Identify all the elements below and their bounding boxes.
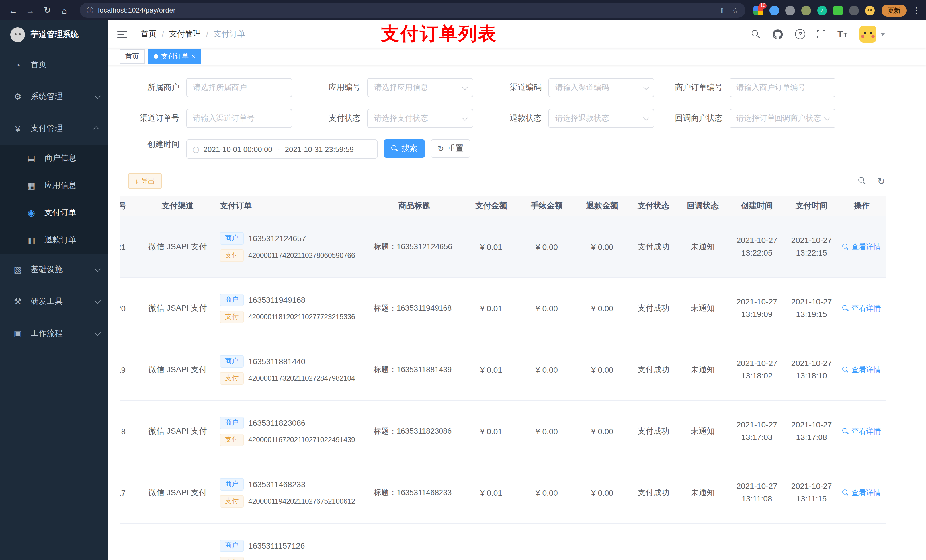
pay-tag: 支付: [220, 311, 244, 323]
yen-icon: ¥: [11, 124, 24, 133]
tags-view: 首页 支付订单 ×: [108, 48, 926, 65]
breadcrumb-payment[interactable]: 支付管理: [169, 29, 201, 39]
sidebar-item-workflow[interactable]: ▣ 工作流程: [0, 318, 108, 349]
browser-toolbar: ← → ↻ ⌂ ⓘ localhost:1024/pay/order ⇧ ☆ 1…: [0, 0, 926, 21]
chevron-up-icon: [93, 126, 99, 133]
clock-icon: ◷: [192, 145, 199, 154]
dashboard-icon: ◔: [11, 60, 24, 70]
search-button[interactable]: 搜索: [384, 139, 425, 158]
chevron-down-icon: [95, 329, 101, 336]
github-icon[interactable]: [773, 29, 783, 39]
profile-avatar-icon[interactable]: [865, 5, 875, 15]
chevron-down-icon: [881, 33, 885, 36]
font-size-icon[interactable]: TT: [837, 29, 847, 39]
date-start: 2021-10-01 00:00:00: [203, 145, 272, 153]
filter-label: 创建时间: [111, 139, 179, 159]
merchant-order-input[interactable]: 请输入商户订单编号: [729, 78, 835, 97]
view-detail-link[interactable]: 查看详情: [842, 426, 881, 436]
pay-status-select[interactable]: 请选择支付状态: [367, 109, 473, 128]
extension-drop-icon[interactable]: [769, 5, 779, 15]
sidebar-item-app-info[interactable]: ▦ 应用信息: [0, 172, 108, 199]
app-logo[interactable]: 芋道管理系统: [0, 21, 108, 49]
address-bar[interactable]: ⓘ localhost:1024/pay/order ⇧ ☆: [80, 3, 746, 18]
table-row: 17 微信 JSAPI 支付 商户1635311468233 支付4200001…: [120, 462, 886, 524]
view-detail-link[interactable]: 查看详情: [842, 365, 881, 375]
share-icon[interactable]: ⇧: [719, 6, 725, 15]
fullscreen-icon[interactable]: [817, 30, 826, 38]
sidebar-item-home[interactable]: ◔ 首页: [0, 49, 108, 81]
close-icon[interactable]: ×: [191, 53, 195, 60]
merchant-card-icon: ▤: [25, 153, 38, 163]
view-detail-link[interactable]: 查看详情: [842, 303, 881, 313]
avatar[interactable]: [859, 26, 876, 43]
extension-green-icon[interactable]: [833, 5, 843, 15]
channel-code-select[interactable]: 请输入渠道编码: [548, 78, 654, 97]
channel-order-input[interactable]: 请输入渠道订单号: [186, 109, 292, 128]
extension-check-icon[interactable]: ✓: [817, 5, 827, 15]
merchant-tag: 商户: [220, 232, 244, 245]
search-icon[interactable]: [752, 30, 761, 38]
filter-form-row-3: 创建时间 ◷ 2021-10-01 00:00:00 - 2021-10-31 …: [108, 139, 926, 159]
sidebar-item-refund-order[interactable]: ▥ 退款订单: [0, 226, 108, 254]
sidebar-item-merchant-info[interactable]: ▤ 商户信息: [0, 145, 108, 172]
content: 所属商户 请选择所属商户 应用编号 请选择应用信息 渠道编码 请输入渠道编码 商…: [108, 65, 926, 560]
filter-label: 支付状态: [292, 113, 360, 124]
infra-icon: ▧: [11, 265, 24, 275]
table-row: 19 微信 JSAPI 支付 商户1635311881440 支付4200001…: [120, 339, 886, 401]
app-grid-icon: ▦: [25, 180, 38, 191]
table-row: 20 微信 JSAPI 支付 商户1635311949168 支付4200001…: [120, 278, 886, 339]
extension-olive-icon[interactable]: [801, 5, 811, 15]
browser-update-button[interactable]: 更新: [882, 4, 906, 16]
app-select[interactable]: 请选择应用信息: [367, 78, 473, 97]
user-menu[interactable]: [859, 26, 885, 43]
merchant-tag: 商户: [220, 416, 244, 429]
extensions-grid-icon[interactable]: 10: [754, 5, 763, 15]
filter-form-row-1: 所属商户 请选择所属商户 应用编号 请选择应用信息 渠道编码 请输入渠道编码 商…: [108, 78, 926, 97]
pay-tag: 支付: [220, 495, 244, 507]
merchant-select[interactable]: 请选择所属商户: [186, 78, 292, 97]
tab-home[interactable]: 首页: [120, 49, 145, 64]
tab-pay-order[interactable]: 支付订单 ×: [148, 49, 201, 64]
sidebar-toggle-icon[interactable]: [117, 30, 127, 38]
browser-reload-button[interactable]: ↻: [40, 3, 54, 18]
refresh-icon[interactable]: ↻: [877, 175, 885, 186]
extension-gray-icon[interactable]: [785, 5, 795, 15]
page-title: 支付订单列表: [381, 21, 497, 48]
search-icon: [842, 366, 849, 373]
sidebar-item-pay-order[interactable]: ◉ 支付订单: [0, 199, 108, 226]
chevron-down-icon: [462, 115, 468, 121]
view-detail-link[interactable]: 查看详情: [842, 488, 881, 498]
export-button[interactable]: ↓导出: [128, 173, 162, 189]
chevron-down-icon: [95, 266, 101, 272]
extension-pin-icon[interactable]: [849, 5, 859, 15]
app-title: 芋道管理系统: [31, 30, 79, 40]
workflow-icon: ▣: [11, 328, 24, 339]
sidebar-item-devtools[interactable]: ⚒ 研发工具: [0, 286, 108, 318]
notify-status-select[interactable]: 请选择订单回调商户状态: [729, 109, 835, 128]
browser-home-button[interactable]: ⌂: [57, 3, 72, 18]
navbar: 首页 / 支付管理 / 支付订单 支付订单列表 ? TT: [108, 21, 926, 48]
browser-forward-button[interactable]: →: [23, 3, 38, 18]
page: ← → ↻ ⌂ ⓘ localhost:1024/pay/order ⇧ ☆ 1…: [0, 0, 926, 560]
reset-button[interactable]: ↻重置: [431, 139, 471, 158]
sidebar-item-payment[interactable]: ¥ 支付管理: [0, 113, 108, 145]
breadcrumb-current: 支付订单: [213, 29, 245, 39]
browser-menu-icon[interactable]: ⋮: [912, 6, 920, 15]
help-icon[interactable]: ?: [795, 29, 805, 39]
breadcrumb-home[interactable]: 首页: [141, 29, 157, 39]
view-detail-link[interactable]: 查看详情: [842, 242, 881, 252]
chevron-down-icon: [643, 115, 649, 121]
toggle-search-icon[interactable]: [858, 177, 866, 185]
sidebar-item-infra[interactable]: ▧ 基础设施: [0, 254, 108, 286]
gear-icon: ⚙: [11, 92, 24, 102]
create-time-range-picker[interactable]: ◷ 2021-10-01 00:00:00 - 2021-10-31 23:59…: [186, 139, 378, 159]
refund-status-select[interactable]: 请选择退款状态: [548, 109, 654, 128]
url-text: localhost:1024/pay/order: [98, 6, 176, 14]
site-info-icon[interactable]: ⓘ: [86, 5, 94, 15]
merchant-tag: 商户: [220, 539, 244, 552]
browser-back-button[interactable]: ←: [6, 3, 21, 18]
refresh-icon: ↻: [437, 144, 444, 153]
sidebar-item-system[interactable]: ⚙ 系统管理: [0, 81, 108, 113]
pay-tag: 支付: [220, 556, 244, 560]
bookmark-star-icon[interactable]: ☆: [732, 6, 738, 15]
